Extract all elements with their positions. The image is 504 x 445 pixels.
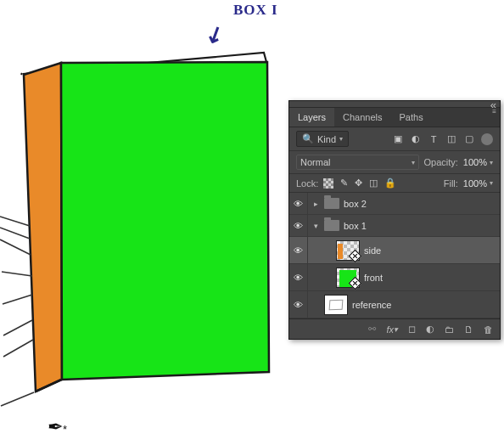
tab-paths[interactable]: Paths xyxy=(391,108,432,127)
panel-footer: ⚯ fx▾ ◻ ◐ 🗀 🗋 🗑 xyxy=(289,318,500,339)
lock-all-icon[interactable]: 🔒 xyxy=(384,177,396,189)
caret-right-icon[interactable]: ▸ xyxy=(311,200,320,208)
layer-thumbnail xyxy=(336,268,360,288)
delete-layer-icon[interactable]: 🗑 xyxy=(484,324,493,335)
eye-icon: 👁 xyxy=(294,300,303,310)
panel-tabs: Layers Channels Paths xyxy=(289,108,500,127)
new-group-icon[interactable]: 🗀 xyxy=(445,324,454,335)
caret-down-icon[interactable]: ▾ xyxy=(311,222,320,230)
lock-image-icon[interactable]: ✎ xyxy=(340,177,348,189)
filter-type-icon[interactable]: T xyxy=(428,133,440,145)
layer-thumbnail xyxy=(336,240,360,261)
eye-icon: 👁 xyxy=(294,199,303,209)
layers-panel: « ≡ Layers Channels Paths 🔍 Kind ▾ ▣ ◐ T… xyxy=(288,100,501,340)
layer-thumbnail xyxy=(324,295,348,315)
filter-kind-dropdown[interactable]: 🔍 Kind ▾ xyxy=(296,131,349,147)
eye-icon: 👁 xyxy=(294,221,303,231)
folder-icon xyxy=(324,220,339,231)
chevron-down-icon: ▾ xyxy=(490,159,493,166)
layer-reference[interactable]: 👁 reference xyxy=(289,291,500,318)
opacity-value: 100% xyxy=(463,157,487,167)
opacity-input[interactable]: 100% ▾ xyxy=(463,157,493,167)
blend-mode-dropdown[interactable]: Normal ▾ xyxy=(296,155,419,170)
layers-list: 👁 ▸ box 2 👁 ▾ box 1 👁 xyxy=(289,193,500,318)
handwritten-annotation: BOX I xyxy=(233,2,278,19)
filter-adjustment-icon[interactable]: ◐ xyxy=(410,133,422,145)
layer-fx-icon[interactable]: fx▾ xyxy=(386,324,398,335)
visibility-toggle[interactable]: 👁 xyxy=(289,193,308,214)
filter-smart-icon[interactable]: ▢ xyxy=(463,133,475,145)
layer-group-box1[interactable]: 👁 ▾ box 1 xyxy=(289,215,500,237)
visibility-toggle[interactable]: 👁 xyxy=(289,237,308,263)
visibility-toggle[interactable]: 👁 xyxy=(289,264,308,290)
fill-input[interactable]: 100% ▾ xyxy=(463,178,493,189)
new-adjustment-icon[interactable]: ◐ xyxy=(426,324,434,335)
filter-toggle-icon[interactable] xyxy=(481,133,493,145)
lock-label: Lock: xyxy=(296,178,318,189)
filter-row: 🔍 Kind ▾ ▣ ◐ T ◫ ▢ xyxy=(289,127,500,151)
chevron-down-icon: ▾ xyxy=(412,159,415,166)
tab-layers[interactable]: Layers xyxy=(289,108,334,127)
eye-icon: 👁 xyxy=(294,273,303,283)
panel-menu-icon[interactable]: ≡ xyxy=(492,108,496,115)
blend-mode-value: Normal xyxy=(300,157,330,167)
blend-row: Normal ▾ Opacity: 100% ▾ xyxy=(289,151,500,174)
layer-name: box 1 xyxy=(344,221,367,231)
layer-name: front xyxy=(364,273,383,283)
chevron-down-icon: ▾ xyxy=(490,179,493,187)
layer-front[interactable]: 👁 front xyxy=(289,264,500,291)
filter-image-icon[interactable]: ▣ xyxy=(392,133,404,145)
visibility-toggle[interactable]: 👁 xyxy=(289,215,308,236)
chevron-down-icon: ▾ xyxy=(339,135,343,143)
lock-position-icon[interactable]: ✥ xyxy=(355,177,362,189)
new-layer-icon[interactable]: 🗋 xyxy=(464,324,473,335)
tab-channels[interactable]: Channels xyxy=(334,108,390,127)
folder-icon xyxy=(324,198,339,209)
fill-value: 100% xyxy=(463,178,487,189)
box-front-face xyxy=(61,62,269,380)
layer-name: reference xyxy=(352,300,391,310)
layer-name: side xyxy=(364,245,381,256)
pen-tool-cursor-icon: ✒* xyxy=(48,416,67,438)
lock-artboard-icon[interactable]: ◫ xyxy=(369,177,378,189)
fill-label: Fill: xyxy=(444,178,458,189)
filter-kind-label: Kind xyxy=(317,134,336,144)
layer-side[interactable]: 👁 side xyxy=(289,237,500,264)
opacity-label: Opacity: xyxy=(424,157,458,167)
lock-transparency-icon[interactable] xyxy=(323,178,333,189)
add-mask-icon[interactable]: ◻ xyxy=(408,324,416,335)
layer-group-box2[interactable]: 👁 ▸ box 2 xyxy=(289,193,500,215)
link-layers-icon[interactable]: ⚯ xyxy=(368,324,376,335)
filter-shape-icon[interactable]: ◫ xyxy=(445,133,457,145)
lock-row: Lock: ✎ ✥ ◫ 🔒 Fill: 100% ▾ xyxy=(289,174,500,193)
layer-name: box 2 xyxy=(344,199,367,209)
visibility-toggle[interactable]: 👁 xyxy=(289,291,308,318)
search-icon: 🔍 xyxy=(302,133,314,144)
eye-icon: 👁 xyxy=(294,245,303,256)
